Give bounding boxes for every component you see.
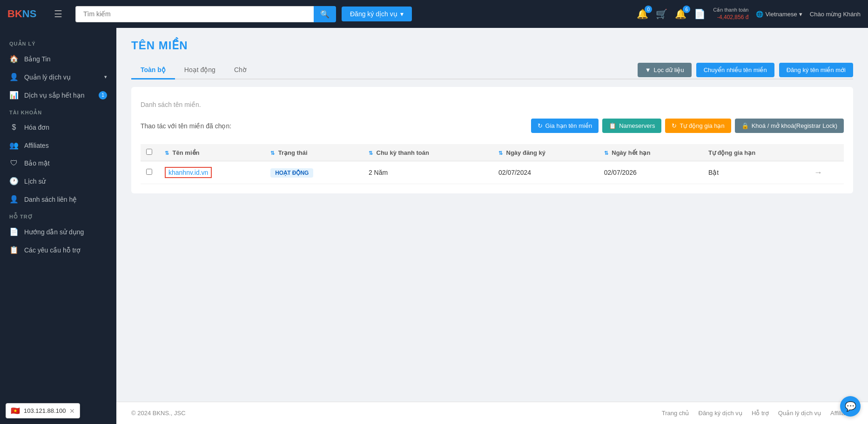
logo: BKNS [7,8,45,20]
tab-hoat-dong[interactable]: Hoạt động [175,61,225,80]
table-row: khanhnv.id.vn HOẠT ĐỘNG 2 Năm 02/07/2024… [141,161,844,184]
ip-bar: 🇻🇳 103.121.88.100 ✕ [6,403,80,418]
sidebar-label-cac-yeu-cau-ho-tro: Các yêu cầu hỗ trợ [24,246,81,254]
sort-icon-trang-thai: ⇅ [270,150,275,156]
sidebar-item-affiliates[interactable]: 👥 Affiliates [0,136,116,154]
account-info[interactable]: Cần thanh toán -4,402,856 đ [713,7,748,21]
sidebar-section-tai-khoan: TÀI KHOẢN [0,104,116,119]
alerts-button[interactable]: 🔔 6 [675,8,686,20]
cart-button[interactable]: 🛒 [656,8,667,20]
home-icon: 🏠 [9,54,19,63]
billing-cycle-cell: 2 Năm [363,161,493,184]
history-icon: 🕐 [9,177,19,186]
bulk-actions-label: Thao tác với tên miền đã chọn: [141,122,231,130]
sidebar-label-bang-tin: Bảng Tin [24,55,50,63]
contact-icon: 👤 [9,195,19,204]
sidebar-label-bao-mat: Bảo mật [24,159,50,167]
footer-link-trang-chu[interactable]: Trang chủ [662,410,689,417]
chevron-down-icon: ▾ [104,74,107,80]
copyright: © 2024 BKNS., JSC [131,410,186,417]
ip-close-button[interactable]: ✕ [69,407,75,415]
registrar-lock-button[interactable]: 🔒 Khoá / mở khoá(Registrar Lock) [735,119,844,133]
refresh-icon: ↻ [538,122,543,129]
empty-list-message: Danh sách tên miền. [141,96,844,113]
tu-dong-gia-han-button[interactable]: ↻ Tự động gia hạn [665,119,731,133]
select-all-checkbox[interactable] [146,149,152,155]
search-input[interactable] [75,6,314,22]
header: BKNS ☰ 🔍 Đăng ký dịch vụ ▾ 🔔 0 🛒 🔔 6 📄 C… [0,0,868,28]
auto-renew-icon: ↻ [672,122,677,129]
register-new-domain-button[interactable]: Đăng ký tên miền mới [779,63,853,77]
tab-actions: ▼ Lọc dữ liệu Chuyển nhiều tên miền Đăng… [638,63,853,77]
col-chu-ky[interactable]: ⇅ Chu kỳ thanh toán [363,144,493,161]
nameservers-button[interactable]: 📋 Nameservers [602,119,661,133]
main-content: TÊN MIỀN Toàn bộ Hoạt động Chờ ▼ Lọc dữ … [116,28,868,402]
footer-link-quan-ly-dich-vu[interactable]: Quản lý dịch vụ [778,410,821,417]
sidebar-item-dich-vu-sap-het-han[interactable]: 📊 Dịch vụ sắp hết hạn 1 [0,86,116,104]
dollar-icon: $ [9,123,19,132]
domain-table: ⇅ Tên miền ⇅ Trạng thái ⇅ Chu kỳ thanh t… [141,144,844,184]
auto-renew-cell: Bật [703,161,808,184]
tabs-bar: Toàn bộ Hoạt động Chờ ▼ Lọc dữ liệu Chuy… [131,61,853,80]
sort-icon-chu-ky: ⇅ [369,150,373,156]
user-greeting[interactable]: Chào mừng Khánh [810,11,861,18]
col-ten-mien[interactable]: ⇅ Tên miền [159,144,265,161]
sidebar-label-hoa-don: Hóa đơn [24,124,49,131]
sidebar-label-dich-vu-sap-het-han: Dịch vụ sắp hết hạn [24,92,85,99]
gia-han-button[interactable]: ↻ Gia hạn tên miền [531,119,599,133]
transfer-domains-button[interactable]: Chuyển nhiều tên miền [696,63,774,77]
ns-icon: 📋 [609,122,616,129]
hamburger-button[interactable]: ☰ [50,7,66,21]
sidebar-label-lich-su: Lịch sử [24,178,46,185]
row-checkbox[interactable] [146,169,152,175]
filter-button[interactable]: ▼ Lọc dữ liệu [638,63,692,77]
col-ngay-het-han[interactable]: ⇅ Ngày hết hạn [599,144,703,161]
shield-icon: 🛡 [9,159,19,167]
content-area: Danh sách tên miền. Thao tác với tên miề… [131,87,853,193]
tab-cho[interactable]: Chờ [225,61,256,80]
sidebar-item-quan-ly-dich-vu[interactable]: 👤 Quản lý dịch vụ ▾ [0,68,116,86]
language-selector[interactable]: 🌐 Vietnamese ▾ [756,11,802,18]
col-tu-dong-gia-han: Tự động gia hạn [703,144,808,161]
sidebar-label-affiliates: Affiliates [24,142,49,149]
footer-link-dang-ky-dich-vu[interactable]: Đăng ký dịch vụ [699,410,742,417]
service-icon: 👤 [9,73,19,81]
guide-icon: 📄 [9,227,19,236]
footer: © 2024 BKNS., JSC Trang chủ Đăng ký dịch… [116,402,868,424]
sidebar-label-danh-sach-lien-he: Danh sách liên hệ [24,196,77,203]
sidebar-item-bang-tin[interactable]: 🏠 Bảng Tin [0,50,116,68]
footer-link-ho-tro[interactable]: Hỗ trợ [752,410,769,417]
tab-toan-bo[interactable]: Toàn bộ [131,61,175,80]
notification-badge: 0 [645,6,652,13]
sidebar-item-hoa-don[interactable]: $ Hóa đơn [0,119,116,136]
sidebar-label-huong-dan-su-dung: Hướng dẫn sử dụng [24,228,84,236]
expiring-badge: 1 [99,91,107,99]
sidebar-item-danh-sach-lien-he[interactable]: 👤 Danh sách liên hệ [0,190,116,208]
sidebar-item-cac-yeu-cau-ho-tro[interactable]: 📋 Các yêu cầu hỗ trợ [0,241,116,259]
notification-bell-button[interactable]: 🔔 0 [637,8,648,20]
chat-bubble[interactable]: 💬 [840,396,861,417]
sort-icon-ngay-het-han: ⇅ [604,150,608,156]
search-button[interactable]: 🔍 [314,6,336,22]
expiry-date-cell: 02/07/2026 [599,161,703,184]
support-icon: 📋 [9,245,19,254]
page-title: TÊN MIỀN [131,39,853,52]
filter-icon: ▼ [645,66,651,73]
sidebar-item-lich-su[interactable]: 🕐 Lịch sử [0,172,116,190]
domain-link[interactable]: khanhnv.id.vn [165,167,212,178]
sidebar-item-bao-mat[interactable]: 🛡 Bảo mật [0,154,116,172]
register-service-button[interactable]: Đăng ký dịch vụ ▾ [342,7,412,21]
layout: QUẢN LÝ 🏠 Bảng Tin 👤 Quản lý dịch vụ ▾ 📊… [0,28,868,424]
col-action [808,144,844,161]
col-ngay-dang-ky[interactable]: ⇅ Ngày đăng ký [493,144,599,161]
header-icons: 🔔 0 🛒 🔔 6 📄 Cần thanh toán -4,402,856 đ … [637,7,861,21]
sidebar-section-quan-ly: QUẢN LÝ [0,35,116,50]
row-detail-button[interactable]: → [814,168,822,178]
search-bar: 🔍 [75,6,336,22]
sidebar-section-ho-tro: HỖ TRỢ [0,208,116,223]
invoice-button[interactable]: 📄 [694,8,706,20]
col-trang-thai[interactable]: ⇅ Trạng thái [265,144,363,161]
sidebar-item-huong-dan-su-dung[interactable]: 📄 Hướng dẫn sử dụng [0,223,116,241]
chart-icon: 📊 [9,91,19,99]
affiliates-icon: 👥 [9,141,19,150]
